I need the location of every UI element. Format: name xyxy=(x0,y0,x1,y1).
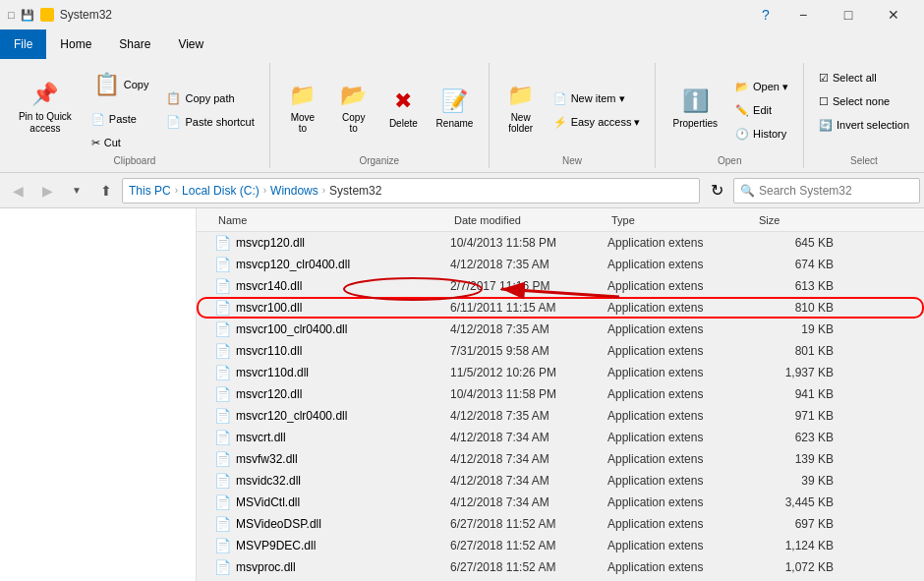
copy-path-button[interactable]: 📋 Copy path xyxy=(159,87,260,109)
file-date: 6/11/2011 11:15 AM xyxy=(450,301,607,315)
select-label: Select xyxy=(850,153,878,168)
ribbon: File Home Share View 📌 Pin to Quick acce… xyxy=(0,29,924,173)
move-to-button[interactable]: 📁 Move to xyxy=(278,76,327,141)
select-buttons: ☑ Select all ☐ Select none 🔄 Invert sele… xyxy=(812,63,916,136)
table-row[interactable]: 📄 MSVidCtl.dll 4/12/2018 7:34 AM Applica… xyxy=(197,492,924,513)
file-name: MSVidCtl.dll xyxy=(236,495,450,509)
table-row[interactable]: 📄 MSVP9DEC.dll 6/27/2018 11:52 AM Applic… xyxy=(197,535,924,556)
table-row[interactable]: 📄 msvproc.dll 6/27/2018 11:52 AM Applica… xyxy=(197,556,924,578)
file-type: Application extens xyxy=(607,301,755,315)
help-button[interactable]: ? xyxy=(751,0,780,29)
easy-access-button[interactable]: ⚡ Easy access ▾ xyxy=(547,111,648,133)
col-header-size[interactable]: Size xyxy=(755,208,834,231)
copy-button[interactable]: 📋 Copy xyxy=(85,63,158,106)
table-row[interactable]: 📄 msvcr140.dll 2/7/2017 11:16 PM Applica… xyxy=(197,275,924,297)
file-list[interactable]: 📄 msvcp120.dll 10/4/2013 11:58 PM Applic… xyxy=(197,232,924,581)
file-name: msvcr100_clr0400.dll xyxy=(236,322,450,336)
file-size: 39 KB xyxy=(755,474,834,488)
file-date: 7/31/2015 9:58 AM xyxy=(450,344,607,358)
address-bar: ◀ ▶ ▼ ⬆ This PC › Local Disk (C:) › Wind… xyxy=(0,173,924,208)
search-input[interactable] xyxy=(759,184,913,198)
file-type: Application extens xyxy=(607,322,755,336)
open-stack: 📂 Open ▾ ✏️ Edit 🕐 History xyxy=(728,72,795,145)
rename-button[interactable]: 📝 Rename xyxy=(429,76,480,141)
table-row[interactable]: 📄 msvfw32.dll 4/12/2018 7:34 AM Applicat… xyxy=(197,448,924,470)
tab-view[interactable]: View xyxy=(164,29,217,59)
delete-button[interactable]: ✖ Delete xyxy=(379,76,427,141)
ribbon-group-select: ☑ Select all ☐ Select none 🔄 Invert sele… xyxy=(804,63,924,168)
col-header-date[interactable]: Date modified xyxy=(450,208,607,231)
breadcrumb-this-pc[interactable]: This PC xyxy=(129,184,171,198)
file-name: MSVideoDSP.dll xyxy=(236,517,450,531)
table-row[interactable]: 📄 msvcr100_clr0400.dll 4/12/2018 7:35 AM… xyxy=(197,319,924,340)
paste-shortcut-button[interactable]: 📄 Paste shortcut xyxy=(159,111,260,133)
new-stack: 📄 New item ▾ ⚡ Easy access ▾ xyxy=(547,84,648,133)
clipboard-extra: 📋 Copy path 📄 Paste shortcut xyxy=(159,84,260,133)
properties-button[interactable]: ℹ️ Properties xyxy=(664,76,726,141)
copy-path-icon: 📋 xyxy=(166,91,181,105)
select-none-label: Select none xyxy=(833,95,890,107)
move-icon: 📁 xyxy=(289,83,316,108)
table-row[interactable]: 📄 msvidc32.dll 4/12/2018 7:34 AM Applica… xyxy=(197,470,924,492)
col-header-name[interactable]: Name xyxy=(214,208,450,231)
refresh-button[interactable]: ↻ xyxy=(704,178,729,203)
file-type: Application extens xyxy=(607,344,755,358)
select-none-button[interactable]: ☐ Select none xyxy=(812,90,916,112)
table-row[interactable]: 📄 msvcr120.dll 10/4/2013 11:58 PM Applic… xyxy=(197,383,924,405)
invert-selection-button[interactable]: 🔄 Invert selection xyxy=(812,114,916,136)
table-row[interactable]: 📄 msvcp120_clr0400.dll 4/12/2018 7:35 AM… xyxy=(197,254,924,275)
window-controls: ? − □ ✕ xyxy=(751,0,916,29)
new-label: New xyxy=(562,153,582,168)
file-name: msvcr110d.dll xyxy=(236,366,450,379)
back-button[interactable]: ◀ xyxy=(4,177,31,204)
table-row[interactable]: 📄 msvcr120_clr0400.dll 4/12/2018 7:35 AM… xyxy=(197,405,924,427)
col-header-type[interactable]: Type xyxy=(607,208,755,231)
tab-home[interactable]: Home xyxy=(46,29,105,59)
up-button[interactable]: ⬆ xyxy=(92,177,120,204)
tab-share[interactable]: Share xyxy=(105,29,164,59)
tab-file[interactable]: File xyxy=(0,29,46,59)
file-size: 19 KB xyxy=(755,322,834,336)
new-folder-button[interactable]: 📁 New folder xyxy=(497,76,545,141)
forward-button[interactable]: ▶ xyxy=(33,177,61,204)
clipboard-stack: 📋 Copy 📄 Paste ✂ Cut xyxy=(85,63,158,153)
file-size: 645 KB xyxy=(755,236,834,250)
clipboard-label: Clipboard xyxy=(114,153,156,168)
open-icon: 📂 xyxy=(735,81,749,93)
file-date: 10/4/2013 11:58 PM xyxy=(450,236,607,250)
history-button[interactable]: 🕐 History xyxy=(728,123,795,145)
table-row[interactable]: 📄 msvcrt.dll 4/12/2018 7:34 AM Applicati… xyxy=(197,427,924,448)
delete-label: Delete xyxy=(389,118,418,129)
copy-to-button[interactable]: 📂 Copy to xyxy=(329,76,377,141)
new-folder-label: New folder xyxy=(506,112,536,134)
pin-to-quick-access-button[interactable]: 📌 Pin to Quick access xyxy=(8,76,83,141)
edit-button[interactable]: ✏️ Edit xyxy=(728,99,795,121)
minimize-button[interactable]: − xyxy=(780,0,826,29)
recent-locations-button[interactable]: ▼ xyxy=(63,177,90,204)
select-all-button[interactable]: ☑ Select all xyxy=(812,67,916,88)
file-icon: 📄 xyxy=(214,235,232,251)
file-date: 6/27/2018 11:52 AM xyxy=(450,517,607,531)
invert-selection-label: Invert selection xyxy=(837,119,909,131)
table-row[interactable]: 📄 msvcr110d.dll 11/5/2012 10:26 PM Appli… xyxy=(197,362,924,383)
table-row[interactable]: 📄 msvcr100.dll 6/11/2011 11:15 AM Applic… xyxy=(197,297,924,319)
maximize-button[interactable]: □ xyxy=(826,0,871,29)
cut-button[interactable]: ✂ Cut xyxy=(85,132,158,153)
breadcrumb[interactable]: This PC › Local Disk (C:) › Windows › Sy… xyxy=(122,178,700,203)
open-button[interactable]: 📂 Open ▾ xyxy=(728,76,795,97)
breadcrumb-local-disk[interactable]: Local Disk (C:) xyxy=(182,184,260,198)
scroll-spacer xyxy=(201,208,214,231)
file-size: 697 KB xyxy=(755,517,834,531)
table-row[interactable]: 📄 msvcp120.dll 10/4/2013 11:58 PM Applic… xyxy=(197,232,924,254)
new-item-button[interactable]: 📄 New item ▾ xyxy=(547,87,648,109)
search-box[interactable]: 🔍 xyxy=(733,178,920,203)
breadcrumb-system32[interactable]: System32 xyxy=(329,184,381,198)
file-icon: 📄 xyxy=(214,430,232,445)
table-row[interactable]: 📄 msvcr110.dll 7/31/2015 9:58 AM Applica… xyxy=(197,340,924,362)
close-button[interactable]: ✕ xyxy=(871,0,916,29)
breadcrumb-windows[interactable]: Windows xyxy=(270,184,318,198)
file-size: 1,124 KB xyxy=(755,539,834,552)
paste-button[interactable]: 📄 Paste xyxy=(85,108,158,130)
table-row[interactable]: 📄 MSVideoDSP.dll 6/27/2018 11:52 AM Appl… xyxy=(197,513,924,535)
file-type: Application extens xyxy=(607,495,755,509)
